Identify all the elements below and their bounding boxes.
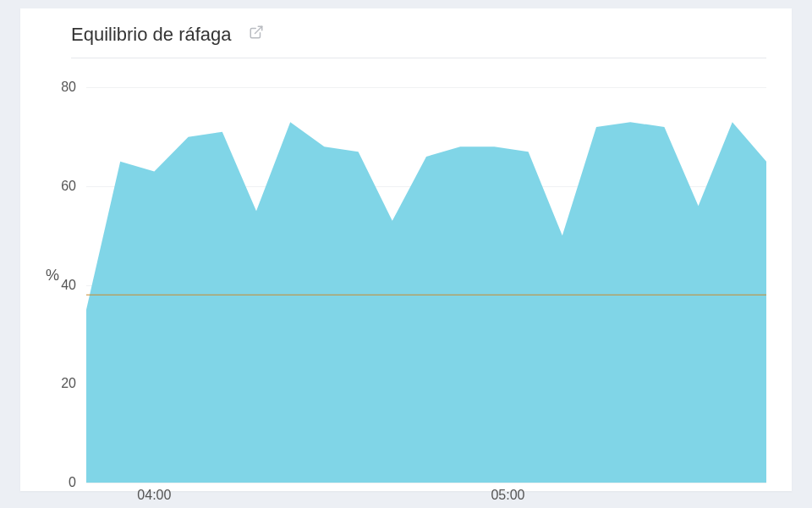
external-link-icon[interactable] bbox=[249, 25, 264, 43]
x-tick-0500: 05:00 bbox=[491, 488, 524, 503]
svg-line-0 bbox=[255, 26, 262, 33]
y-tick-80: 80 bbox=[61, 80, 76, 95]
chart-plot-area: % 0 20 40 60 80 04:00 05:00 bbox=[46, 68, 766, 483]
area-series bbox=[86, 122, 766, 483]
header-divider bbox=[71, 58, 766, 58]
y-tick-20: 20 bbox=[61, 376, 76, 391]
y-tick-40: 40 bbox=[61, 278, 76, 293]
x-tick-0400: 04:00 bbox=[137, 488, 171, 503]
gridline bbox=[86, 483, 766, 483]
panel-header: Equilibrio de ráfaga bbox=[20, 8, 792, 59]
chart-panel: Equilibrio de ráfaga % 0 20 40 60 80 04:… bbox=[20, 8, 792, 491]
chart-svg bbox=[86, 68, 766, 483]
y-tick-60: 60 bbox=[61, 179, 76, 194]
y-tick-0: 0 bbox=[69, 475, 76, 490]
y-axis-title: % bbox=[46, 267, 59, 284]
panel-title: Equilibrio de ráfaga bbox=[71, 24, 232, 46]
